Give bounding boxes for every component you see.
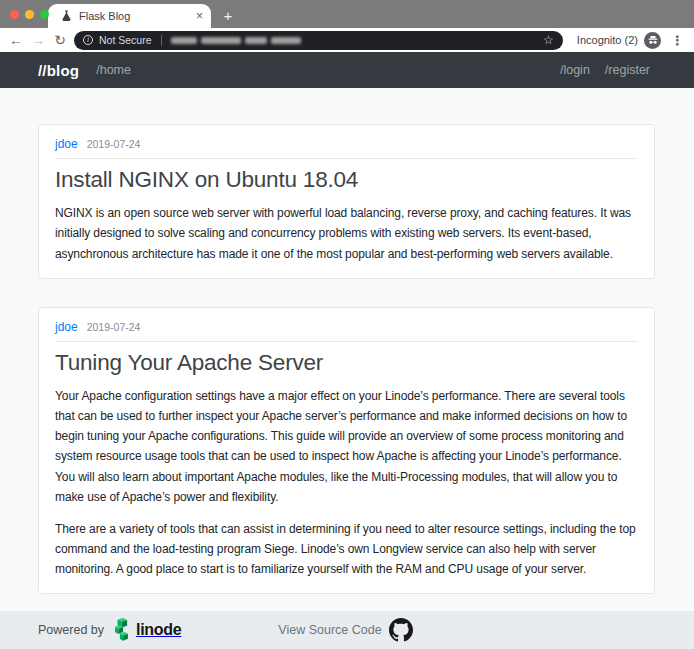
post-meta: jdoe2019-07-24 (55, 137, 638, 159)
site-navbar: //blog /home /login /register (0, 52, 694, 88)
bookmark-star-icon[interactable]: ☆ (543, 34, 554, 46)
navbar-left-links: /home (96, 63, 131, 77)
page-content: jdoe2019-07-24Install NGINX on Ubuntu 18… (0, 88, 694, 649)
minimize-window-button[interactable] (25, 10, 34, 19)
close-window-button[interactable] (10, 10, 19, 19)
powered-by-label: Powered by (38, 623, 104, 637)
page-footer: Powered by linode View Source Code (0, 611, 694, 649)
blurred-url (171, 37, 301, 44)
forward-icon: → (30, 33, 46, 47)
posts-container: jdoe2019-07-24Install NGINX on Ubuntu 18… (38, 88, 655, 649)
nav-link-register[interactable]: /register (605, 63, 650, 77)
view-source-label: View Source Code (278, 623, 381, 637)
post-author-link[interactable]: jdoe (55, 320, 78, 334)
post-title-link[interactable]: Install NGINX on Ubuntu 18.04 (55, 165, 638, 194)
post-date: 2019-07-24 (87, 138, 141, 150)
navbar-brand[interactable]: //blog (38, 62, 79, 79)
macos-window-controls (10, 10, 49, 19)
github-link[interactable] (389, 618, 413, 642)
browser-toolbar: ← → ↻ i Not Secure ☆ Incognito (2) ⋮ (0, 28, 694, 52)
browser-menu-icon[interactable]: ⋮ (671, 33, 684, 48)
browser-tab[interactable]: Flask Blog × (48, 4, 211, 28)
zoom-window-button[interactable] (40, 10, 49, 19)
page-info-icon[interactable]: i (83, 35, 93, 45)
source-code-group: View Source Code (278, 618, 412, 642)
post-card: jdoe2019-07-24Tuning Your Apache ServerY… (38, 307, 655, 595)
linode-logo-icon (111, 618, 132, 642)
tab-title: Flask Blog (79, 10, 189, 22)
linode-wordmark: linode (136, 621, 181, 639)
not-secure-label: Not Secure (99, 34, 152, 46)
post-card: jdoe2019-07-24Install NGINX on Ubuntu 18… (38, 124, 655, 279)
browser-tab-strip: Flask Blog × + (0, 0, 694, 28)
powered-by-group: Powered by linode (38, 618, 181, 642)
incognito-profile-icon[interactable] (644, 32, 661, 49)
post-paragraph: There are a variety of tools that can as… (55, 519, 638, 579)
post-title-link[interactable]: Tuning Your Apache Server (55, 348, 638, 377)
incognito-count-label: Incognito (2) (577, 34, 638, 46)
nav-link-home[interactable]: /home (96, 63, 131, 77)
reload-icon[interactable]: ↻ (52, 33, 68, 47)
post-date: 2019-07-24 (87, 321, 141, 333)
post-meta: jdoe2019-07-24 (55, 320, 638, 342)
post-author-link[interactable]: jdoe (55, 137, 78, 151)
back-icon[interactable]: ← (8, 33, 24, 47)
github-icon (389, 618, 413, 642)
address-bar[interactable]: i Not Secure ☆ (74, 31, 563, 50)
navbar-right-links: /login /register (560, 63, 650, 77)
new-tab-button[interactable]: + (220, 8, 236, 23)
post-paragraph: Your Apache configuration settings have … (55, 386, 638, 507)
omnibox-divider (161, 35, 162, 46)
tab-close-icon[interactable]: × (196, 10, 203, 22)
post-paragraph: NGINX is an open source web server with … (55, 203, 638, 263)
nav-link-login[interactable]: /login (560, 63, 590, 77)
flask-favicon-icon (61, 10, 72, 22)
linode-link[interactable]: linode (111, 618, 181, 642)
